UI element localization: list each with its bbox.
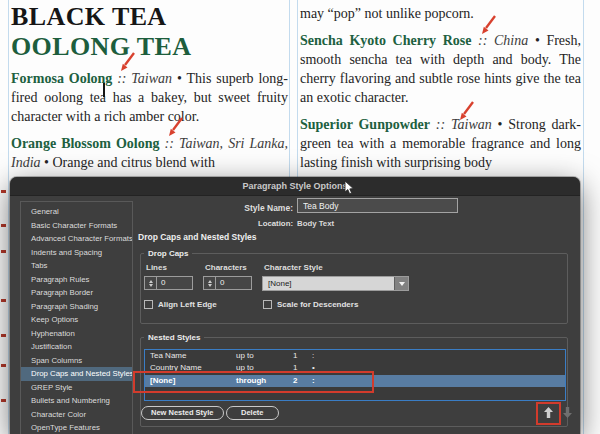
dialog-title: Paragraph Style Options [242,181,347,191]
drop-caps-legend: Drop Caps [144,249,192,258]
sidebar-item-general[interactable]: General [21,205,132,219]
tea-paragraph: Superior Gunpowder :: Taiwan • Strong da… [300,115,581,172]
tea-name: Orange Blossom Oolong [11,136,160,151]
annotation-box-up-arrow [536,402,561,425]
edge-mark [1,364,6,367]
style-name-input[interactable] [297,198,458,213]
stepper-down-icon[interactable] [149,284,153,287]
section-heading: Drop Caps and Nested Styles [138,232,257,242]
sidebar-item-indents-and-spacing[interactable]: Indents and Spacing [21,246,132,260]
scale-for-descenders-label: Scale for Descenders [277,300,358,309]
dialog-sidebar: GeneralBasic Character FormatsAdvanced C… [20,201,133,434]
heading-black-tea: BLACK TEA [11,2,288,31]
sidebar-item-paragraph-border[interactable]: Paragraph Border [21,286,132,300]
left-paragraphs: Formosa Oolong :: Taiwan • This superb l… [11,69,288,172]
edge-mark [1,399,6,402]
sidebar-item-advanced-character-formats[interactable]: Advanced Character Formats [21,232,132,246]
align-left-edge-checkbox[interactable] [144,300,153,309]
c-name: Tea Name [145,350,236,362]
tea-paragraph: Sencha Kyoto Cherry Rose :: China • Fres… [300,31,581,107]
edge-mark [1,334,6,337]
stepper-up-icon[interactable] [149,280,153,283]
style-name-label: Style Name: [170,203,293,213]
nested-styles-legend: Nested Styles [144,333,204,342]
character-style-label: Character Style [264,263,323,272]
left-text-column: BLACK TEA OOLONG TEA Formosa Oolong :: T… [11,2,288,172]
new-nested-style-button[interactable]: New Nested Style [141,406,224,420]
stepper-up-icon[interactable] [208,280,212,283]
right-paragraphs: Sencha Kyoto Cherry Rose :: China • Fres… [300,31,581,172]
align-left-edge-label: Align Left Edge [158,300,217,309]
tea-name: Sencha Kyoto Cherry Rose [300,33,471,48]
sidebar-item-basic-character-formats[interactable]: Basic Character Formats [21,219,132,233]
margin-guide-left [8,0,9,434]
sidebar-item-opentype-features[interactable]: OpenType Features [21,421,132,434]
annotation-arrow [118,50,138,74]
mouse-cursor-icon [343,180,354,195]
location-value: Body Text [297,219,334,228]
c-count: 1 [293,350,312,362]
lines-value[interactable]: 0 [157,277,192,289]
tea-name: Formosa Oolong [11,71,112,86]
tea-paragraph: Formosa Oolong :: Taiwan • This superb l… [11,69,288,126]
character-style-dropdown[interactable]: [None] [262,276,409,291]
annotation-box-selected-row [133,371,374,393]
sidebar-item-hyphenation[interactable]: Hyphenation [21,327,132,341]
annotation-arrow [166,115,186,139]
annotation-arrow [457,99,477,123]
lines-stepper[interactable]: 0 [144,276,193,290]
c-mode: up to [236,350,293,362]
right-text-column: may “pop” not unlike popcorn. Sencha Kyo… [300,4,581,172]
stepper-buttons[interactable] [204,277,216,289]
edge-mark [1,299,6,302]
sidebar-item-bullets-and-numbering[interactable]: Bullets and Numbering [21,394,132,408]
screen: BLACK TEA OOLONG TEA Formosa Oolong :: T… [0,0,600,434]
c-delim: : [312,350,565,362]
move-down-button[interactable] [561,405,573,419]
sidebar-item-span-columns[interactable]: Span Columns [21,354,132,368]
tea-paragraph: Orange Blossom Oolong :: Taiwan, Sri Lan… [11,134,288,172]
dialog-titlebar[interactable]: Paragraph Style Options [10,177,580,196]
paragraph-continuation: may “pop” not unlike popcorn. [300,4,581,23]
margin-guide-right [583,0,584,434]
delete-button[interactable]: Delete [226,406,279,420]
sidebar-item-paragraph-shading[interactable]: Paragraph Shading [21,300,132,314]
sidebar-item-character-color[interactable]: Character Color [21,408,132,422]
scale-for-descenders-checkbox[interactable] [263,300,272,309]
sidebar-item-justification[interactable]: Justification [21,340,132,354]
edge-mark [1,250,6,253]
edge-mark [1,190,6,193]
sidebar-item-paragraph-rules[interactable]: Paragraph Rules [21,273,132,287]
location-label: Location: [188,219,293,228]
sidebar-item-grep-style[interactable]: GREP Style [21,381,132,395]
character-style-value[interactable]: [None] [263,277,394,290]
characters-value[interactable]: 0 [216,277,251,289]
sidebar-item-tabs[interactable]: Tabs [21,259,132,273]
tea-name: Superior Gunpowder [300,117,430,132]
stepper-down-icon[interactable] [208,284,212,287]
text-insertion-cursor [103,83,105,97]
characters-stepper[interactable]: 0 [203,276,252,290]
chevron-down-icon [399,282,405,286]
stepper-buttons[interactable] [145,277,157,289]
nested-style-row[interactable]: Tea Nameup to1: [145,350,565,362]
arrow-down-icon [562,406,573,419]
annotation-arrow [479,13,499,37]
sidebar-item-keep-options[interactable]: Keep Options [21,313,132,327]
sidebar-item-drop-caps-and-nested-styles[interactable]: Drop Caps and Nested Styles [21,367,132,381]
characters-label: Characters [205,263,247,272]
edge-mark [1,224,6,227]
lines-label: Lines [146,263,167,272]
paragraph-style-options-dialog: Paragraph Style Options GeneralBasic Cha… [10,177,580,434]
heading-oolong-tea: OOLONG TEA [11,32,288,61]
dropdown-button[interactable] [394,277,408,290]
